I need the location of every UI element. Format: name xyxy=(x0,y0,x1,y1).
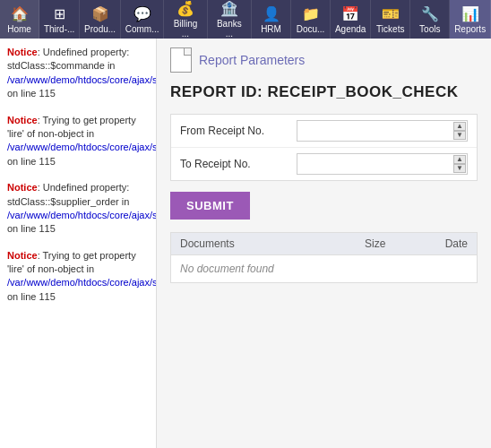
error-path: /var/www/demo/htdocs/core/ajax/selectsea… xyxy=(7,277,157,288)
content-panel: Report Parameters REPORT ID: RECEIPT_BOO… xyxy=(157,39,491,448)
error-path: /var/www/demo/htdocs/core/ajax/selectsea… xyxy=(7,142,157,152)
nav-label-hrm: HRM xyxy=(261,24,281,34)
agenda-icon: 📅 xyxy=(341,5,359,22)
error-path: /var/www/demo/htdocs/core/ajax/selectsea… xyxy=(7,210,157,220)
document-icon xyxy=(170,47,192,73)
nav-item-reports[interactable]: 📊Reports xyxy=(450,0,491,39)
from-receipt-row: From Receipt No. ▲ ▼ xyxy=(171,115,477,148)
form-section: From Receipt No. ▲ ▼ To Receipt No. ▲ ▼ xyxy=(170,114,478,181)
error-line: on line 115 xyxy=(7,88,56,99)
nav-item-products[interactable]: 📦Produ... xyxy=(80,0,121,39)
nav-label-home: Home xyxy=(7,24,31,34)
hrm-icon: 👤 xyxy=(263,5,280,22)
to-receipt-up[interactable]: ▲ xyxy=(453,155,466,164)
banks-icon: 🏦 xyxy=(220,0,238,17)
report-header: Report Parameters xyxy=(170,47,478,73)
nav-item-hrm[interactable]: 👤HRM xyxy=(252,0,291,39)
third-party-icon: ⊞ xyxy=(54,5,65,22)
commercial-icon: 💬 xyxy=(134,5,151,22)
col-documents: Documents xyxy=(171,233,317,255)
nav-label-products: Produ... xyxy=(84,24,116,34)
documents-table-header-row: Documents Size Date xyxy=(171,233,478,255)
from-receipt-down[interactable]: ▼ xyxy=(453,131,466,140)
error-line: on line 115 xyxy=(7,223,56,234)
nav-label-reports: Reports xyxy=(454,24,486,34)
from-receipt-input-wrap: ▲ ▼ xyxy=(297,120,468,142)
top-navigation: 🏠Home⊞Third-...📦Produ...💬Comm...💰Billing… xyxy=(0,0,491,39)
to-receipt-row: To Receipt No. ▲ ▼ xyxy=(171,148,477,180)
nav-item-tickets[interactable]: 🎫Tickets xyxy=(371,0,410,39)
from-receipt-spinner: ▲ ▼ xyxy=(453,122,466,140)
nav-item-banks[interactable]: 🏦Banks ... xyxy=(208,0,252,39)
nav-label-agenda: Agenda xyxy=(335,24,366,34)
main-layout: Notice: Undefined property: stdClass::$c… xyxy=(0,39,491,448)
products-icon: 📦 xyxy=(91,5,109,22)
error-block: Notice: Trying to get property 'lire' of… xyxy=(7,249,149,305)
report-id: REPORT ID: RECEIPT_BOOK_CHECK xyxy=(170,83,478,101)
from-receipt-up[interactable]: ▲ xyxy=(453,122,466,131)
submit-button[interactable]: SUBMIT xyxy=(170,192,250,220)
documents-icon: 📁 xyxy=(302,5,320,22)
nav-item-home[interactable]: 🏠Home xyxy=(0,0,39,39)
nav-item-tools[interactable]: 🔧Tools xyxy=(410,0,450,39)
error-line: on line 115 xyxy=(7,291,56,302)
to-receipt-input[interactable] xyxy=(297,153,468,175)
nav-item-third-party[interactable]: ⊞Third-... xyxy=(39,0,80,39)
tickets-icon: 🎫 xyxy=(382,5,400,22)
to-receipt-down[interactable]: ▼ xyxy=(453,164,466,173)
error-block: Notice: Undefined property: stdClass::$c… xyxy=(7,46,149,101)
nav-item-billing[interactable]: 💰Billing ... xyxy=(164,0,207,39)
no-document-row: No document found xyxy=(171,255,478,283)
nav-label-commercial: Comm... xyxy=(125,24,159,34)
error-block: Notice: Undefined property: stdClass::$s… xyxy=(7,181,149,237)
home-icon: 🏠 xyxy=(11,5,29,22)
documents-table: Documents Size Date No document found xyxy=(170,232,478,283)
error-block: Notice: Trying to get property 'lire' of… xyxy=(7,114,149,169)
report-parameters-title: Report Parameters xyxy=(199,53,305,67)
error-notice-label: Notice xyxy=(7,182,38,193)
from-receipt-label: From Receipt No. xyxy=(180,125,297,137)
nav-label-billing: Billing ... xyxy=(169,19,201,39)
error-line: on line 115 xyxy=(7,156,56,167)
to-receipt-input-wrap: ▲ ▼ xyxy=(297,153,468,175)
nav-label-documents: Docu... xyxy=(297,24,325,34)
error-notice-label: Notice xyxy=(7,250,38,261)
col-size: Size xyxy=(316,233,394,255)
error-path: /var/www/demo/htdocs/core/ajax/selectsea… xyxy=(7,74,157,85)
nav-label-tickets: Tickets xyxy=(376,24,404,34)
to-receipt-spinner: ▲ ▼ xyxy=(453,155,466,173)
from-receipt-input[interactable] xyxy=(297,120,468,142)
tools-icon: 🔧 xyxy=(421,5,439,22)
nav-label-banks: Banks ... xyxy=(213,19,246,39)
to-receipt-label: To Receipt No. xyxy=(180,158,297,170)
nav-item-documents[interactable]: 📁Docu... xyxy=(291,0,331,39)
error-notice-label: Notice xyxy=(7,47,38,57)
billing-icon: 💰 xyxy=(177,0,194,17)
error-panel: Notice: Undefined property: stdClass::$c… xyxy=(0,39,157,448)
error-notice-label: Notice xyxy=(7,115,38,125)
col-date: Date xyxy=(394,233,477,255)
nav-item-agenda[interactable]: 📅Agenda xyxy=(331,0,371,39)
reports-icon: 📊 xyxy=(461,5,479,22)
no-document-message: No document found xyxy=(171,255,478,283)
nav-label-tools: Tools xyxy=(419,24,440,34)
nav-item-commercial[interactable]: 💬Comm... xyxy=(121,0,164,39)
nav-label-third-party: Third-... xyxy=(44,24,74,34)
